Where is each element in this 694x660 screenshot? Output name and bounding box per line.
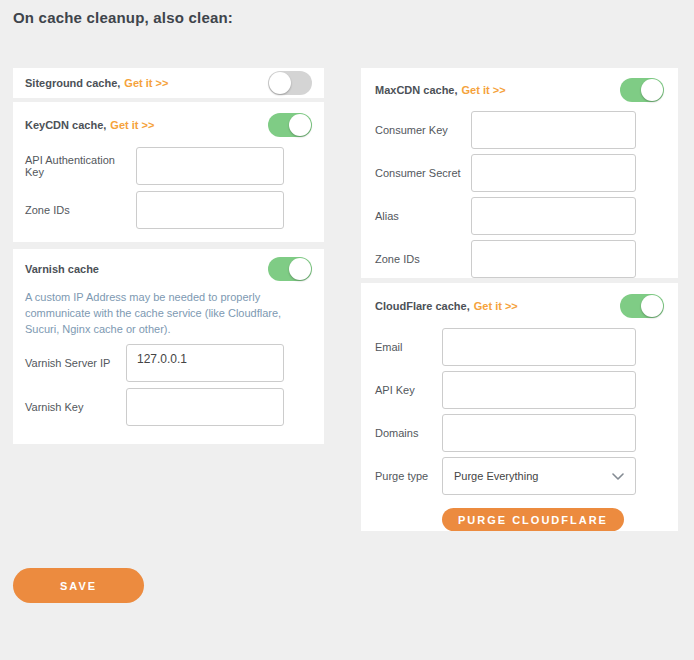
cloudflare-get-it-link[interactable]: Get it >> — [474, 300, 518, 312]
cloudflare-api-key-row: API Key — [375, 371, 664, 409]
purge-type-select[interactable]: Purge Everything — [442, 457, 636, 495]
maxcdn-alias-row: Alias — [375, 197, 664, 235]
maxcdn-title-text: MaxCDN cache, — [375, 84, 458, 96]
email-input[interactable] — [442, 328, 636, 366]
siteground-panel: Siteground cache,Get it >> — [13, 68, 324, 98]
siteground-title-text: Siteground cache, — [25, 77, 120, 89]
maxcdn-header: MaxCDN cache,Get it >> — [375, 68, 664, 111]
maxcdn-zone-ids-label: Zone IDs — [375, 253, 471, 265]
varnish-header: Varnish cache — [25, 249, 312, 289]
keycdn-zone-ids-row: Zone IDs — [25, 191, 312, 229]
siteground-get-it-link[interactable]: Get it >> — [124, 77, 168, 89]
varnish-key-row: Varnish Key — [25, 388, 312, 426]
keycdn-toggle[interactable] — [268, 113, 312, 137]
keycdn-api-key-row: API Authentication Key — [25, 147, 312, 185]
email-label: Email — [375, 341, 442, 353]
maxcdn-zone-ids-row: Zone IDs — [375, 240, 664, 278]
api-authentication-key-label: API Authentication Key — [25, 154, 136, 178]
cloudflare-toggle[interactable] — [620, 294, 664, 318]
purge-type-label: Purge type — [375, 470, 442, 482]
cloudflare-api-key-label: API Key — [375, 384, 442, 396]
varnish-toggle[interactable] — [268, 257, 312, 281]
panels-columns: Siteground cache,Get it >> KeyCDN cache,… — [13, 68, 678, 531]
consumer-key-input[interactable] — [471, 111, 636, 149]
cache-cleanup-settings-page: On cache cleanup, also clean: Siteground… — [0, 0, 694, 603]
consumer-key-label: Consumer Key — [375, 124, 471, 136]
consumer-secret-input[interactable] — [471, 154, 636, 192]
right-column: MaxCDN cache,Get it >> Consumer Key Cons… — [361, 68, 678, 531]
varnish-description: A custom IP Address may be needed to pro… — [25, 289, 308, 337]
alias-label: Alias — [375, 210, 471, 222]
keycdn-header: KeyCDN cache,Get it >> — [25, 102, 312, 147]
varnish-key-input[interactable] — [126, 388, 284, 426]
varnish-server-ip-row: Varnish Server IP 127.0.0.1 — [25, 344, 312, 382]
api-authentication-key-input[interactable] — [136, 147, 284, 185]
varnish-panel: Varnish cache A custom IP Address may be… — [13, 249, 324, 444]
keycdn-zone-ids-input[interactable] — [136, 191, 284, 229]
save-button[interactable]: SAVE — [13, 568, 144, 603]
maxcdn-consumer-secret-row: Consumer Secret — [375, 154, 664, 192]
maxcdn-title: MaxCDN cache,Get it >> — [375, 84, 506, 96]
purge-cloudflare-button[interactable]: PURGE CLOUDFLARE — [442, 508, 624, 531]
siteground-header: Siteground cache,Get it >> — [25, 71, 312, 95]
keycdn-panel: KeyCDN cache,Get it >> API Authenticatio… — [13, 102, 324, 242]
domains-label: Domains — [375, 427, 442, 439]
maxcdn-panel: MaxCDN cache,Get it >> Consumer Key Cons… — [361, 68, 678, 278]
alias-input[interactable] — [471, 197, 636, 235]
maxcdn-zone-ids-input[interactable] — [471, 240, 636, 278]
keycdn-zone-ids-label: Zone IDs — [25, 204, 136, 216]
keycdn-title: KeyCDN cache,Get it >> — [25, 119, 154, 131]
domains-input[interactable] — [442, 414, 636, 452]
purge-button-row: PURGE CLOUDFLARE — [375, 508, 664, 531]
varnish-server-ip-label: Varnish Server IP — [25, 357, 126, 369]
varnish-title-text: Varnish cache — [25, 263, 99, 275]
keycdn-title-text: KeyCDN cache, — [25, 119, 106, 131]
siteground-title: Siteground cache,Get it >> — [25, 77, 168, 89]
maxcdn-get-it-link[interactable]: Get it >> — [462, 84, 506, 96]
varnish-title: Varnish cache — [25, 263, 99, 275]
cloudflare-domains-row: Domains — [375, 414, 664, 452]
cloudflare-api-key-input[interactable] — [442, 371, 636, 409]
keycdn-get-it-link[interactable]: Get it >> — [110, 119, 154, 131]
cloudflare-panel: CloudFlare cache,Get it >> Email API Key… — [361, 283, 678, 531]
varnish-server-ip-input[interactable]: 127.0.0.1 — [126, 344, 284, 382]
cloudflare-email-row: Email — [375, 328, 664, 366]
cloudflare-header: CloudFlare cache,Get it >> — [375, 283, 664, 328]
consumer-secret-label: Consumer Secret — [375, 167, 471, 179]
maxcdn-toggle[interactable] — [620, 78, 664, 102]
left-column: Siteground cache,Get it >> KeyCDN cache,… — [13, 68, 324, 444]
siteground-toggle[interactable] — [268, 71, 312, 95]
purge-type-select-wrap: Purge Everything — [442, 457, 636, 495]
page-title: On cache cleanup, also clean: — [13, 9, 678, 26]
varnish-key-label: Varnish Key — [25, 401, 126, 413]
cloudflare-purge-type-row: Purge type Purge Everything — [375, 457, 664, 495]
cloudflare-title: CloudFlare cache,Get it >> — [375, 300, 518, 312]
maxcdn-consumer-key-row: Consumer Key — [375, 111, 664, 149]
cloudflare-title-text: CloudFlare cache, — [375, 300, 470, 312]
